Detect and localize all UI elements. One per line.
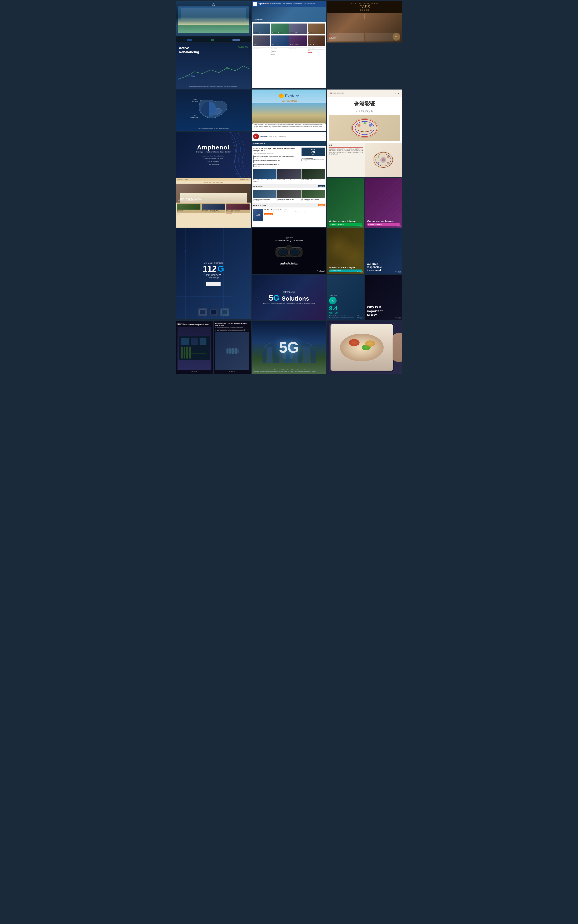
tablet-screen: Premium dining experience [331,324,393,370]
app-item-5[interactable]: Staffing [253,36,271,46]
svg-rect-55 [191,338,198,345]
cusef-logo: C [253,133,259,139]
rebalancing-title: ActiveRebalancing [179,46,248,54]
cusef-news-grid: 10th U.S.-China High Level Political Par… [252,169,326,184]
programs-btn[interactable]: VIEW ALL [318,185,325,187]
social-tw[interactable]: t [397,93,397,94]
why-title: Why is itimportantto us? [367,305,400,317]
app-item-8[interactable]: Medical / Defense [308,36,325,46]
hand [393,333,402,362]
svg-point-16 [378,156,380,158]
svg-point-2 [178,78,179,80]
cusef-pub-section: PUBLICATIONS VIEW ALL [252,203,326,208]
ms-features: Reduced connector size while maintaining… [215,327,249,331]
svg-rect-26 [289,251,289,254]
svg-point-19 [387,162,389,164]
news-photo-3 [302,169,325,179]
ritz-header: — THE RITZ-CARLTON — CAFÉ 高茗精緻圖 [327,1,402,13]
lantau-footer: DBRC dbl Vs Ice Rink [176,36,251,42]
hotel-room-wine: Dine & Wine Package Stay HKD 2999 Dinner… [226,203,250,213]
product-2: Amphenol Network Solutions [203,158,224,160]
amphenol-footer-dc: Amphenol [177,370,211,372]
asian-fixed-label: AsianFixed Income [189,115,200,119]
hotel-nav: Explore Stay Taste Plan Enjoy [176,181,251,184]
app-item-6[interactable]: Data Center [271,36,289,46]
read-more-btn[interactable]: READ MORE [264,213,273,215]
lantau-icon-dbrc: DBRC [187,39,192,41]
ms-image [215,332,249,370]
program-carter: 29 on 40: An Interview with Jimmy Carter [277,190,301,201]
upcoming-1: Conference on U.S.-China Infrastructure … [302,159,325,161]
hotel-hero: HOTEL OKURA MACAU DELIVER MOMENT OF KIND… [176,184,251,203]
explore-title: Explore [285,93,299,98]
program-img-3 [302,190,325,198]
asian-equities-label: AsianEquities [190,99,200,102]
investor-know: Do you know... 🔬 9.4 TRILLION Plastic mi… [327,274,364,320]
hotel-subhead: DELIVER MOMENT OF KINDESS [178,200,203,201]
svg-rect-60 [189,346,191,359]
svg-point-51 [313,347,314,348]
app-item-3[interactable]: Internet of Things [289,24,307,34]
porcelain-card: 主頁 木棉館 香港彩瓷研究 f t ▶ 香港彩瓷 口述歷史研究計劃 [327,89,402,177]
amphenol-footer-ms: Amphenol [215,370,249,372]
newsletter-submit[interactable]: SUBMIT [308,52,312,53]
amphenol-brand: Amphenol [258,3,266,5]
svg-point-3 [226,67,228,69]
porcelain-title: 香港彩瓷 [327,97,402,110]
conf-item-1: 10th U.S. – China High Level Political P… [253,156,300,159]
app-item-1[interactable]: Industry 4.0 [253,24,271,34]
svg-rect-59 [187,346,188,359]
michelin-badge: O!! MICHELIN PLATE米芝蓮星級美食2018 [329,35,337,41]
rebalancing-card: ActiveRebalancing Sell HIGH Buy LOW reba… [176,43,251,89]
5g-intro-pre: Introducing [283,291,294,293]
svg-point-52 [264,347,265,348]
dc-title: Data Center Server Storage Main Board [177,324,211,326]
cusef-main-event: 10th U.S. – China High Level Political P… [252,146,326,169]
svg-point-34 [185,250,186,252]
news-item-1: 10th U.S.-China High Level Political Par… [253,169,277,182]
social-yt[interactable]: ▶ [398,93,399,94]
app-item-7[interactable]: Amphenol Enterprise [289,36,307,46]
trillion: TRILLION [329,312,338,314]
investor-why: Why is itimportantto us? First Sentier首源… [365,274,402,320]
amphenol-brand: Amphenol [197,144,230,151]
footer-newsletter: NEWSLETTERSUBMIT [308,49,325,55]
footer-youtube: FOLLOW US [289,49,307,55]
investor-slavery: What our investors doing on... MODERN SL… [365,178,402,227]
pub-btn[interactable]: VIEW ALL [318,205,325,206]
asian-map: AsianEquities AsianFixed Income [178,91,249,127]
investor-climate: What our investors doing on... CLIMATE C… [327,178,364,227]
explore-subtitle: Hong Kong's Oasis [281,100,297,102]
social-fb[interactable]: f [395,93,396,94]
ritz-image: 菜單 O!! MICHELIN PLATE米芝蓮星級美食2018 [327,13,402,42]
ritz-card: — THE RITZ-CARLTON — CAFÉ 高茗精緻圖 [327,1,402,42]
porcelain-lower: 背景 香港彩瓷是以珠明料描繪的彩瓷，20世紀初期以後，隨著工業社會的變遷，傳統技… [327,143,402,177]
ml-brand: Amphenol [317,270,325,272]
amphenol-optics-card: Amphenol Offering a complete and to end … [176,132,251,177]
lantau-card: LANTAU YACHT CLUB HONG KONG DBRC dbl Vs [176,1,251,42]
app-item-4[interactable]: Automotive [308,24,325,34]
cusef-card: C WHO WE ARE WHAT WE DO CUSEF TODAY CUSE… [252,132,326,227]
sell-high-label: Sell HIGH [238,46,248,49]
app-item-2[interactable]: Renewable Energy [271,24,289,34]
5g-city-card: 5G The future of sound is at our fingert… [252,321,326,374]
hotel-rooms: Yamazato Okura Signature Japanese restau… [176,203,251,214]
svg-rect-56 [200,338,206,345]
explore-card: Explore Hong Kong's Oasis Further anothe… [252,89,326,131]
investors-why-card: Do you know... 🔬 9.4 TRILLION Plastic mi… [327,274,402,320]
datacenter-card: Application Data Center Server Storage M… [176,321,213,374]
svg-point-23 [279,249,287,255]
svg-point-25 [291,249,299,255]
product-4: Halo Technology [203,163,224,166]
amphenol-ml-card: Application Machine Learning / AI System… [252,228,326,274]
first-sentier-logo-3: First Sentier首源投資 [357,271,363,273]
svg-rect-57 [181,346,183,359]
newsletter-input[interactable] [308,49,325,51]
5g-title: 5G Solutions [269,293,309,302]
rebalancing-chart [178,62,249,81]
biodiversity-title: What our investors doing on... [329,266,362,269]
first-sentier-logo-4: First Sentier首源投資 [395,271,401,273]
big-number: 9.4 [329,305,337,311]
svg-rect-66 [232,348,234,354]
product-3: Aria Technologies [203,160,224,163]
